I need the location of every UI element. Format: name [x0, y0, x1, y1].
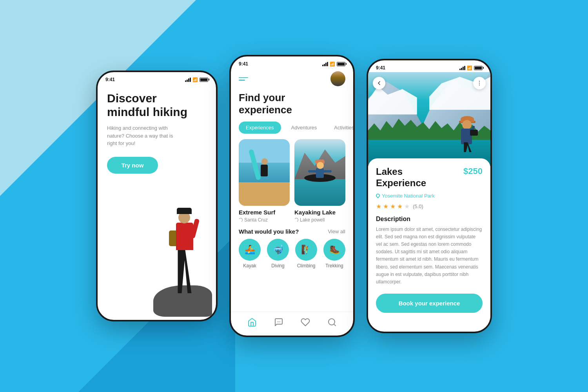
bottom-navigation [231, 312, 353, 332]
hiker-body [173, 215, 196, 293]
phone2-main-content: Find your experience Experiences Adventu… [231, 68, 353, 332]
hero-image-area [368, 72, 490, 166]
trekking-icon: 🥾 [329, 245, 340, 255]
battery-icon-1 [200, 78, 208, 82]
photographer-figure [455, 121, 479, 152]
book-experience-button[interactable]: Book your experience [376, 294, 483, 313]
time-2: 9:41 [239, 61, 248, 67]
hero-background [368, 72, 490, 166]
diving-circle[interactable]: 🤿 [267, 239, 289, 261]
svg-point-7 [479, 85, 480, 85]
hiker-cap [177, 208, 192, 214]
trekking-label: Trekking [325, 263, 343, 269]
user-avatar[interactable] [330, 71, 345, 86]
lake-scene-image [294, 139, 345, 206]
location-pin-icon [239, 217, 243, 223]
card-extreme-surf[interactable]: Extreme Surf Santa Cruz [239, 139, 290, 223]
star-5-empty: ★ [404, 203, 410, 210]
activity-cards-row: Extreme Surf Santa Cruz [231, 134, 353, 223]
card-kayaking-lake[interactable]: Kayaking Lake Lake powell [294, 139, 345, 223]
nav-favorites[interactable] [301, 318, 310, 327]
svg-point-6 [479, 83, 480, 83]
star-4: ★ [397, 203, 403, 210]
experience-title: LakesExperience [376, 166, 426, 189]
phone2-header [231, 68, 353, 86]
diving-label: Diving [271, 263, 284, 269]
status-bar-1: 9:41 📶 [98, 72, 216, 84]
signal-icon-1 [185, 78, 191, 82]
activity-climbing: 🧗 Climbing [295, 239, 317, 269]
star-3: ★ [390, 203, 396, 210]
detail-location: Yosemite National Park [376, 193, 483, 199]
beach-scene-image [239, 139, 290, 206]
wifi-icon-3: 📶 [467, 65, 472, 71]
location-text: Yosemite National Park [382, 193, 435, 199]
star-2: ★ [383, 203, 388, 210]
climbing-label: Climbing [297, 263, 316, 269]
phone-1: 9:41 📶 Discover mindful hiking Hiking an… [96, 71, 218, 321]
detail-header: LakesExperience $250 [376, 166, 483, 189]
time-1: 9:41 [105, 77, 115, 82]
signal-icon-2 [322, 62, 328, 66]
kayak-icon: 🚣 [245, 245, 255, 255]
battery-icon-2 [337, 62, 345, 66]
svg-point-2 [279, 321, 280, 322]
phone-2: 9:41 📶 [229, 55, 355, 337]
view-all-link[interactable]: View all [328, 229, 345, 234]
diving-icon: 🤿 [273, 245, 283, 255]
battery-icon-3 [474, 66, 483, 70]
kayak-circle[interactable]: 🚣 [239, 239, 261, 261]
rating-value: (5.0) [413, 203, 423, 209]
svg-point-5 [479, 81, 480, 82]
detail-panel: LakesExperience $250 Yosemite National P… [368, 158, 490, 328]
tab-experiences[interactable]: Experiences [239, 122, 281, 134]
what-section-header: What would you like? View all [231, 223, 353, 235]
location-pin-teal-icon [375, 193, 381, 198]
lake-kayaker [312, 166, 328, 186]
trekking-circle[interactable]: 🥾 [323, 239, 345, 261]
kayak-label: Kayak [243, 263, 256, 269]
phone-3: 9:41 📶 [367, 59, 492, 333]
phones-container: 9:41 📶 Discover mindful hiking Hiking an… [96, 55, 492, 337]
climbing-circle[interactable]: 🧗 [295, 239, 317, 261]
tab-adventures[interactable]: Adventures [284, 122, 324, 134]
status-icons-3: 📶 [459, 65, 483, 71]
activity-diving: 🤿 Diving [267, 239, 289, 269]
activities-row: 🚣 Kayak 🤿 Diving 🧗 Climbing [231, 235, 353, 269]
tab-activities[interactable]: Activities [327, 122, 355, 134]
svg-line-4 [334, 324, 336, 326]
location-pin-icon-2 [294, 217, 299, 223]
hiker-legs [175, 246, 194, 293]
card-location-surf: Santa Cruz [239, 217, 290, 223]
card-title-surf: Extreme Surf [239, 209, 290, 216]
phone1-subtitle: Hiking and connecting with nature? Choos… [107, 124, 174, 147]
tabs-row: Experiences Adventures Activities [231, 116, 353, 134]
status-icons-1: 📶 [185, 77, 208, 82]
rating-row: ★ ★ ★ ★ ★ (5.0) [376, 203, 483, 210]
what-title: What would you like? [239, 228, 299, 235]
phone3-main-content: LakesExperience $250 Yosemite National P… [368, 72, 490, 328]
status-icons-2: 📶 [322, 62, 345, 67]
hiker-illustration [140, 168, 216, 317]
description-body: Lorem ipsum dolor sit amet, consectetur … [376, 226, 483, 286]
svg-point-1 [278, 321, 279, 322]
star-1: ★ [376, 203, 381, 210]
phone1-headline: Discover mindful hiking [107, 92, 207, 119]
wifi-icon-1: 📶 [192, 77, 198, 82]
climbing-icon: 🧗 [301, 245, 312, 255]
nav-chat[interactable] [274, 318, 283, 327]
price-display: $250 [463, 166, 483, 176]
phone2-page-title: Find your experience [231, 86, 353, 116]
hamburger-menu[interactable] [239, 77, 248, 81]
beach-person [258, 157, 270, 184]
nav-home[interactable] [247, 318, 257, 327]
card-title-kayak: Kayaking Lake [294, 209, 345, 216]
activity-kayak: 🚣 Kayak [239, 239, 261, 269]
back-button[interactable] [373, 77, 385, 89]
phone1-main-content: Discover mindful hiking Hiking and conne… [98, 84, 216, 317]
description-heading: Description [376, 216, 483, 223]
activity-trekking: 🥾 Trekking [323, 239, 345, 269]
more-options-button[interactable] [473, 77, 486, 89]
avatar-image [330, 71, 345, 86]
nav-search[interactable] [327, 318, 337, 327]
